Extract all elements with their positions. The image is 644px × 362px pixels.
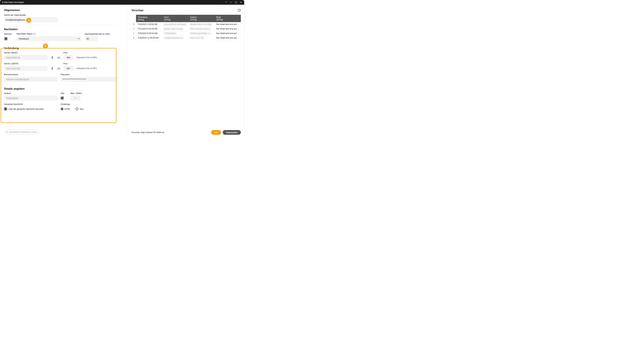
row-index: 2 [132,31,136,36]
reload-status-label: Nachlade-Statusi [16,32,82,35]
annotation-badge-1: 1 [26,18,31,23]
fullmsg-label: Gesamte Nachricht [4,103,58,105]
username-input[interactable] [4,77,58,82]
cell-subject: Dein Konzept wurde ganz [188,27,214,31]
titlebar: E-Mail Daten hinzufügen ? [0,0,244,5]
chevron-down-icon [78,37,80,39]
cell-body: Der Inhalt wird erst auf der [214,27,241,31]
section-connection-heading: Verbindung [4,47,122,50]
maxrows-input [70,95,80,100]
help-icon[interactable]: ? [225,1,227,3]
annotation-badge-2: 2 [43,43,48,49]
smtp-server-input[interactable] [4,66,48,71]
row-index: 0 [132,22,136,27]
divider [4,43,122,44]
username-label: Benutzername [4,73,58,76]
password-label: Passwort [61,73,118,76]
code-icon[interactable] [57,56,60,59]
window-controls: ? [225,1,242,3]
cell-from: google-maps-noreply@go [162,27,188,31]
enabled-checkbox[interactable] [4,37,8,40]
cell-body: Der Inhalt wird erst auf der [214,31,241,36]
smtp-port-input[interactable] [64,66,74,71]
name-label: Name der Datenquelle [4,14,58,16]
cell-subject: Dies ist ein Test [188,36,214,40]
lock-icon [6,131,8,133]
table-row[interactable]: 37/25/2023 11:35:06 AMmail@peakboard.com… [132,36,241,40]
cell-timestamp: 7/19/2023 2:29:54 AM [136,22,162,27]
section-reload-heading: Nachladen [4,28,122,31]
cell-timestamp: 7/21/2023 9:43:29 AM [136,27,162,31]
maxrows-label: Max. Zeilen [70,92,84,94]
content-area: 1 2 Allgemeines Name der Datenquelle Nac… [0,5,244,137]
cancel-button[interactable]: Abbrechen [223,130,241,135]
left-pane: 1 2 Allgemeines Name der Datenquelle Nac… [0,5,127,137]
preview-note: Vorschau zeigt maximal 50 Zeilen an [132,131,210,134]
section-details-heading: Details angeben [4,87,122,90]
dialog-footer: Vorschau zeigt maximal 50 Zeilen an OK A… [132,127,241,135]
cell-timestamp: 7/25/2023 9:29:33 AM [136,31,162,36]
dialog-window: E-Mail Daten hinzufügen ? 1 2 Allgemeine… [0,0,244,137]
interval-label: Nachladeintervall (in Sek) [85,33,110,35]
radio-icon [76,108,78,110]
right-pane: Vorschau Timestamp(String) From(String) … [127,5,244,137]
reload-status-value: Periodisch [19,37,29,40]
cell-from: mail@peakboard.com [162,36,188,40]
minimize-icon[interactable] [230,1,232,3]
reload-status-select[interactable]: Periodisch [16,36,82,41]
preview-heading: Vorschau [132,9,144,12]
svg-rect-4 [6,132,8,133]
use-existing-connection-button[interactable]: Vorhandene Verbindung nutzen [4,130,40,134]
table-header-row: Timestamp(String) From(String) Subject(S… [132,15,241,22]
all-label: Alle [61,92,68,94]
imap-port-hint: (Standard-Port ist 993) [76,56,97,59]
col-from[interactable]: From(String) [162,15,188,22]
close-icon[interactable] [240,1,242,3]
col-timestamp[interactable]: Timestamp(String) [136,15,162,22]
preview-table: Timestamp(String) From(String) Subject(S… [132,15,241,40]
trash-icon[interactable] [51,56,54,59]
smtp-label: Server (SMTP) [4,62,48,65]
all-checkbox[interactable] [61,96,64,99]
col-body[interactable]: Body(String) [214,15,241,22]
section-general-heading: Allgemeines [4,9,122,12]
radio-html[interactable]: HTML [61,108,70,110]
maximize-icon[interactable] [235,1,237,3]
trash-icon[interactable] [51,67,54,70]
interval-input[interactable] [85,36,98,41]
folder-input[interactable] [4,95,58,100]
cell-timestamp: 7/25/2023 11:35:06 AM [136,36,162,40]
cell-subject: Aktivierung erfolgen, in 5m [188,31,214,36]
table-row[interactable]: 17/21/2023 9:43:29 AMgoogle-maps-noreply… [132,27,241,31]
row-index: 1 [132,27,136,31]
use-conn-label: Vorhandene Verbindung nutzen [9,131,37,133]
imap-server-input[interactable] [4,55,48,60]
smtp-port-hint: (Standard-Port ist 587) [76,67,97,69]
cell-from: service@mail-sending.de [162,22,188,27]
radio-text[interactable]: Text [76,108,83,110]
row-index: 3 [132,36,136,40]
info-icon[interactable]: i [33,33,36,35]
cell-from: noreply@tkkk [162,31,188,36]
code-icon[interactable] [57,67,60,70]
cell-body: Der Inhalt wird erst auf der [214,22,241,27]
left-footer: Vorhandene Verbindung nutzen [4,130,40,134]
password-input[interactable] [61,77,118,82]
ok-button[interactable]: OK [211,130,221,135]
refresh-icon[interactable] [238,9,241,12]
imap-label: Server (IMAP) [4,51,48,54]
cell-subject: Beispiel Betreff einzeilig [188,22,214,27]
imap-port-input[interactable] [64,55,74,60]
col-subject[interactable]: Subject(String) [188,15,214,22]
radio-icon [61,108,64,110]
table-row[interactable]: 27/25/2023 9:29:33 AMnoreply@tkkkAktivie… [132,31,241,36]
cell-body: Der Inhalt wird erst auf der [214,36,241,40]
window-title: E-Mail Daten hinzufügen [2,1,225,3]
table-row[interactable]: 07/19/2023 2:29:54 AMservice@mail-sendin… [132,22,241,27]
port-label-imap: Port [64,51,74,54]
fullmsg-checkbox[interactable] [4,107,7,110]
contenttype-label: Inhaltstyp [61,103,83,105]
port-label-smtp: Port [64,62,74,65]
folder-label: Ordner [4,92,58,94]
fullmsg-desc: Lädt die gesamte Nachricht herunter. [8,108,44,110]
